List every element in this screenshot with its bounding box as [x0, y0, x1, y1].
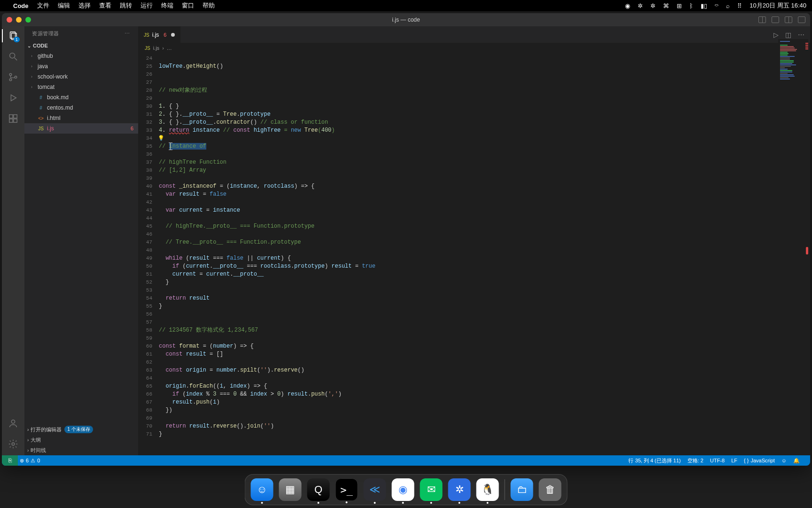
code-line[interactable]: if (current.__proto__ === rootclass.prot…	[159, 262, 810, 270]
menu-select[interactable]: 选择	[78, 1, 91, 10]
code-line[interactable]: // new对象的过程	[159, 87, 810, 95]
code-line[interactable]: while (result === false || current) {	[159, 254, 810, 262]
outline-section[interactable]: › 大纲	[24, 435, 138, 445]
code-line[interactable]	[159, 286, 810, 294]
code-line[interactable]	[159, 246, 810, 254]
dock-trash[interactable]: 🗑	[539, 478, 562, 501]
menu-run[interactable]: 运行	[141, 1, 153, 10]
spotlight-icon[interactable]: ⌕	[726, 2, 730, 9]
grid-status-icon[interactable]: ⊞	[677, 2, 682, 9]
wechat-work-status-icon[interactable]: ✲	[650, 2, 656, 9]
file-item[interactable]: JSi.js6	[24, 123, 138, 134]
zoom-window-button[interactable]	[25, 17, 31, 23]
code-line[interactable]	[159, 214, 810, 222]
encoding-status[interactable]: UTF-8	[710, 458, 725, 463]
code-line[interactable]: 4. return instance // const highTree = n…	[159, 127, 810, 135]
code-line[interactable]	[159, 198, 810, 206]
code-line[interactable]: // [1,2] Array	[159, 167, 810, 175]
menu-edit[interactable]: 编辑	[58, 1, 70, 10]
wifi-icon[interactable]: ⌔	[715, 2, 718, 9]
menubar-clock[interactable]: 10月20日 周五 16:40	[750, 1, 806, 10]
code-line[interactable]	[159, 151, 810, 159]
code-line[interactable]: }	[159, 430, 810, 438]
language-status[interactable]: { } JavaScript	[744, 458, 775, 463]
bluetooth-icon[interactable]: ᛒ	[689, 2, 693, 9]
code-line[interactable]: const result = []	[159, 350, 810, 358]
code-line[interactable]	[159, 230, 810, 238]
code-line[interactable]: // highTree Function	[159, 159, 810, 167]
code-line[interactable]	[159, 55, 810, 63]
menu-file[interactable]: 文件	[37, 1, 49, 10]
code-line[interactable]: 💡	[159, 135, 810, 143]
file-item[interactable]: #centos.md	[24, 103, 138, 113]
dock-downloads-folder[interactable]: 🗀	[511, 478, 533, 501]
code-line[interactable]: const _instanceof = (instance, rootclass…	[159, 183, 810, 190]
code-line[interactable]: result.push(i)	[159, 398, 810, 406]
menu-window[interactable]: 窗口	[182, 1, 194, 10]
code-line[interactable]	[159, 79, 810, 87]
code-line[interactable]: 1. { }	[159, 103, 810, 111]
editor-body[interactable]: 2425262728293031323334353637383940414243…	[138, 53, 810, 455]
code-line[interactable]: }	[159, 302, 810, 310]
code-line[interactable]: // instance of	[159, 143, 810, 151]
code-line[interactable]: // highTree.__proto__ === Function.proto…	[159, 222, 810, 230]
code-line[interactable]	[159, 374, 810, 382]
folder-item[interactable]: ›github	[24, 51, 138, 61]
breadcrumb[interactable]: JS i.js › …	[138, 43, 810, 53]
open-editors-section[interactable]: › 打开的编辑器 1 个未保存	[24, 424, 138, 435]
editor-more-icon[interactable]: ⋯	[798, 31, 804, 39]
notifications-icon[interactable]: 🔔	[793, 458, 800, 464]
source-control-view-icon[interactable]	[8, 71, 19, 83]
code-line[interactable]: current = current.__proto__	[159, 270, 810, 278]
indent-status[interactable]: 空格: 2	[687, 457, 703, 464]
code-line[interactable]	[159, 318, 810, 326]
code-line[interactable]	[159, 71, 810, 79]
code-line[interactable]: 3. { }.__proto__.contractor() // class o…	[159, 119, 810, 127]
code-line[interactable]: var current = instance	[159, 206, 810, 214]
dock-finder[interactable]: ☺	[251, 478, 273, 501]
search-view-icon[interactable]	[8, 51, 19, 62]
customize-layout-icon[interactable]	[798, 16, 805, 23]
code-line[interactable]: lowTree.getHeight()	[159, 63, 810, 71]
menu-help[interactable]: 帮助	[203, 1, 215, 10]
remote-button[interactable]: ⎘	[2, 455, 18, 466]
eol-status[interactable]: LF	[731, 458, 737, 463]
dock-wechat[interactable]: ✉	[420, 478, 443, 501]
minimap[interactable]	[778, 39, 808, 454]
tab-ijs[interactable]: JS i.js 6	[138, 26, 181, 43]
menu-terminal[interactable]: 终端	[161, 1, 173, 10]
code-line[interactable]: if (index % 3 === 0 && index > 0) result…	[159, 390, 810, 398]
battery-icon[interactable]: ▮▯	[701, 2, 707, 9]
code-line[interactable]: var result = false	[159, 190, 810, 198]
code-line[interactable]	[159, 414, 810, 422]
file-item[interactable]: #book.md	[24, 92, 138, 103]
wechat-status-icon[interactable]: ✲	[638, 2, 643, 9]
toggle-primary-sidebar-icon[interactable]	[758, 16, 766, 23]
code-line[interactable]	[159, 358, 810, 366]
code-line[interactable]: }	[159, 278, 810, 286]
dock-launchpad[interactable]: ▦	[279, 478, 302, 501]
code-line[interactable]	[159, 95, 810, 103]
code-line[interactable]: // Tree.__proto__ === Function.prototype	[159, 238, 810, 246]
problems-status[interactable]: ⊗6 ⚠0	[20, 458, 40, 464]
menu-go[interactable]: 跳转	[120, 1, 132, 10]
code-line[interactable]	[159, 175, 810, 183]
explorer-view-icon[interactable]: 1	[8, 30, 19, 41]
timeline-section[interactable]: › 时间线	[24, 445, 138, 455]
folder-item[interactable]: ›tomcat	[24, 82, 138, 92]
control-center-icon[interactable]: ⠿	[737, 2, 742, 9]
run-debug-view-icon[interactable]	[8, 92, 19, 103]
dock-wechat-work[interactable]: ✲	[448, 478, 471, 501]
sidebar-more-icon[interactable]: ⋯	[125, 31, 131, 37]
file-item[interactable]: <>i.html	[24, 113, 138, 123]
cursor-position[interactable]: 行 35, 列 4 (已选择 11)	[628, 457, 680, 464]
dock-qq[interactable]: 🐧	[476, 478, 499, 501]
dock-chrome[interactable]: ◉	[392, 478, 414, 501]
code-line[interactable]: // 1234567 数字格式化 1,234,567	[159, 326, 810, 334]
workspace-root[interactable]: ⌄ CODE	[24, 40, 138, 51]
code-line[interactable]: origin.forEach((i, index) => {	[159, 382, 810, 390]
settings-gear-icon[interactable]	[8, 438, 19, 450]
split-editor-icon[interactable]: ◫	[785, 31, 791, 39]
run-file-icon[interactable]: ▷	[773, 31, 779, 39]
code-line[interactable]: 2. { }.__proto__ = Tree.prototype	[159, 111, 810, 119]
